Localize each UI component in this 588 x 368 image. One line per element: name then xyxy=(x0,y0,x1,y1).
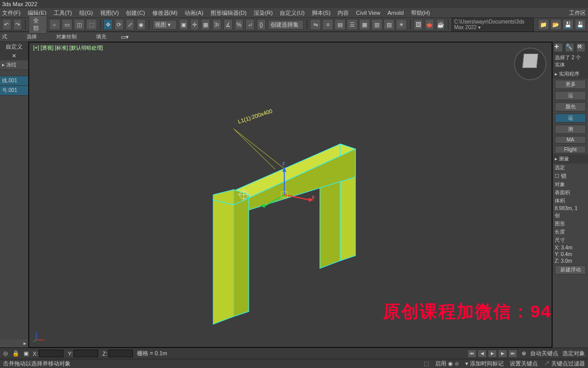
x-input[interactable] xyxy=(39,350,63,357)
menu-view[interactable]: 视图(V) xyxy=(100,9,119,17)
layers-icon[interactable]: ▤ xyxy=(334,19,346,30)
paint-label[interactable]: 对象绘制 xyxy=(56,33,77,40)
placement-icon[interactable]: ◉ xyxy=(137,19,146,30)
named-selection-dropdown[interactable]: 创建选择集 xyxy=(268,20,304,30)
util-btn-1[interactable]: 运 xyxy=(555,91,586,100)
menu-help[interactable]: 帮助(H) xyxy=(411,9,430,17)
scale-icon[interactable]: ⤢ xyxy=(126,19,135,30)
scene-scroll-icon[interactable]: ▸ xyxy=(0,339,28,348)
setkey-button[interactable]: 设置关键点 xyxy=(510,360,538,367)
pivot-icon[interactable]: ▣ xyxy=(179,19,188,30)
select-all-dropdown[interactable]: 全部 xyxy=(29,15,47,34)
select-fence-icon[interactable]: ◫ xyxy=(74,19,85,30)
edit-named-sel-icon[interactable]: {} xyxy=(257,19,266,30)
select-label[interactable]: 选择 xyxy=(27,33,37,40)
main-toolbar: ↶ ↷ 全部 ⟐ ▭ ◫ ⬚ ✥ ⟳ ⤢ ◉ 视图 ▾ ▣ ✛ ▦ 32 ∡ %… xyxy=(0,17,588,32)
link-icon[interactable]: ⟐ xyxy=(49,19,60,30)
snap-toggle-icon[interactable]: ✛ xyxy=(190,19,199,30)
menu-file[interactable]: 文件(F) xyxy=(2,9,20,17)
mirror-icon[interactable]: ⇋ xyxy=(310,19,321,30)
scene-item-1[interactable]: 线.001 xyxy=(0,76,28,86)
angle-snap-icon[interactable]: ∡ xyxy=(223,19,233,30)
key-mode-icon[interactable]: ⊕ xyxy=(522,350,526,357)
spinner-snap-icon[interactable]: ⤾ xyxy=(245,19,255,30)
folder-icon[interactable]: 📁 xyxy=(538,19,549,30)
schematic-icon[interactable]: ▥ xyxy=(371,19,382,30)
menu-graph[interactable]: 图形编辑器(D) xyxy=(211,9,246,17)
move-icon[interactable]: ✥ xyxy=(103,19,112,30)
group-freeze[interactable]: ▸ 冻结 xyxy=(0,60,28,70)
autokey-button[interactable]: 自动关键点 xyxy=(530,350,558,357)
tab-modify-icon[interactable]: 🔧 xyxy=(565,43,574,52)
save-icon[interactable]: 💾 xyxy=(562,19,574,30)
project-path[interactable]: C:\Users\wayn\Documents\3ds Max 2022 ▾ xyxy=(451,17,534,32)
play-icon[interactable]: ▶ xyxy=(488,350,497,358)
menu-script[interactable]: 脚本(S) xyxy=(312,9,331,17)
menu-content[interactable]: 内容 xyxy=(337,9,349,17)
redo-icon[interactable]: ↷ xyxy=(13,19,22,30)
viewport-perspective[interactable]: [+] [透视] [标准] [默认明暗处理] L1(1):200x400 xyxy=(29,42,552,348)
menu-custom[interactable]: 自定义(U) xyxy=(280,9,304,17)
enable-label[interactable]: 启用 ◉ ⊙ xyxy=(435,360,459,367)
measure-length: 长度 xyxy=(553,228,588,236)
utilities-header[interactable]: ▸ 实用程序 xyxy=(553,70,588,79)
scene-explorer-close-icon[interactable]: ✕ xyxy=(0,52,28,60)
ref-coord-dropdown[interactable]: 视图 ▾ xyxy=(152,20,177,30)
util-btn-3[interactable]: 运 xyxy=(555,113,586,123)
curve-editor-icon[interactable]: ▦ xyxy=(359,19,370,30)
lock-selection-icon[interactable]: 🔒 xyxy=(12,350,19,357)
util-btn-4[interactable]: 测 xyxy=(555,125,586,134)
percent-snap-icon[interactable]: % xyxy=(235,19,244,30)
scene-item-2[interactable]: 号.001 xyxy=(0,86,28,96)
align-icon[interactable]: ≡ xyxy=(322,19,333,30)
menu-civil[interactable]: Civil View xyxy=(356,10,380,16)
more-button[interactable]: 更多 xyxy=(555,80,586,89)
tab-create-icon[interactable]: ✚ xyxy=(554,43,563,52)
measure-lock[interactable]: ☐ 锁 xyxy=(553,172,588,180)
fill-label[interactable]: 填充 xyxy=(96,33,106,40)
mode-label[interactable]: 式 xyxy=(2,33,7,40)
open-icon[interactable]: 📂 xyxy=(550,19,561,30)
scene-explorer-icon[interactable]: ☰ xyxy=(347,19,358,30)
key-filter[interactable]: ↗ 关键点过滤器 xyxy=(544,360,585,367)
render-prod-icon[interactable]: 🫖 xyxy=(425,19,434,30)
menu-group[interactable]: 组(G) xyxy=(79,9,93,17)
util-btn-6[interactable]: Flight xyxy=(555,146,586,153)
menu-workspace[interactable]: 工作区 xyxy=(569,9,586,17)
selected-lock[interactable]: 选定对象 xyxy=(562,350,585,357)
y-input[interactable] xyxy=(74,350,98,357)
isolate-icon[interactable]: ▣ xyxy=(24,350,29,357)
new-floater-button[interactable]: 新建浮动 xyxy=(555,265,586,274)
render-setup-icon[interactable]: ☀ xyxy=(396,19,407,30)
menu-render[interactable]: 渲染(R) xyxy=(254,9,273,17)
teapot-icon[interactable]: ☕ xyxy=(436,19,445,30)
menu-anim[interactable]: 动画(A) xyxy=(185,9,203,17)
select-lasso-icon[interactable]: ⬚ xyxy=(86,19,97,30)
render-frame-icon[interactable]: 🖼 xyxy=(414,19,423,30)
rotate-icon[interactable]: ⟳ xyxy=(115,19,124,30)
util-btn-5[interactable]: MA xyxy=(555,136,586,144)
util-btn-2[interactable]: 颜色 xyxy=(555,102,586,111)
locked-icon[interactable]: ◎ xyxy=(3,350,8,357)
next-frame-icon[interactable]: ▶ xyxy=(498,350,507,358)
menu-arnold[interactable]: Arnold xyxy=(388,10,404,16)
script-icon[interactable]: ⬚ xyxy=(424,360,429,367)
measure-header[interactable]: ▸ 测量 xyxy=(553,154,588,164)
snap-3d-icon[interactable]: 32 xyxy=(212,19,221,30)
menu-tools[interactable]: 工具(T) xyxy=(54,9,72,17)
saveas-icon[interactable]: 💾 xyxy=(575,19,586,30)
ribbon-toggle-icon[interactable]: ▭▾ xyxy=(121,34,129,40)
select-rect-icon[interactable]: ▭ xyxy=(61,19,73,30)
add-time-tag[interactable]: ▾ 添加时间标记 xyxy=(465,360,504,367)
z-input[interactable] xyxy=(108,350,133,357)
undo-icon[interactable]: ↶ xyxy=(2,19,11,30)
material-icon[interactable]: ▨ xyxy=(383,19,395,30)
prev-frame-icon[interactable]: ◀ xyxy=(478,350,487,358)
tab-utility-icon[interactable]: 🛠 xyxy=(576,43,585,52)
menu-create[interactable]: 创建(C) xyxy=(126,9,145,17)
goto-end-icon[interactable]: ⏭ xyxy=(508,350,517,358)
svg-marker-5 xyxy=(340,172,355,261)
menu-modifiers[interactable]: 修改器(M) xyxy=(152,9,178,17)
goto-start-icon[interactable]: ⏮ xyxy=(467,350,477,358)
smart-move[interactable]: ▦ xyxy=(201,19,210,30)
